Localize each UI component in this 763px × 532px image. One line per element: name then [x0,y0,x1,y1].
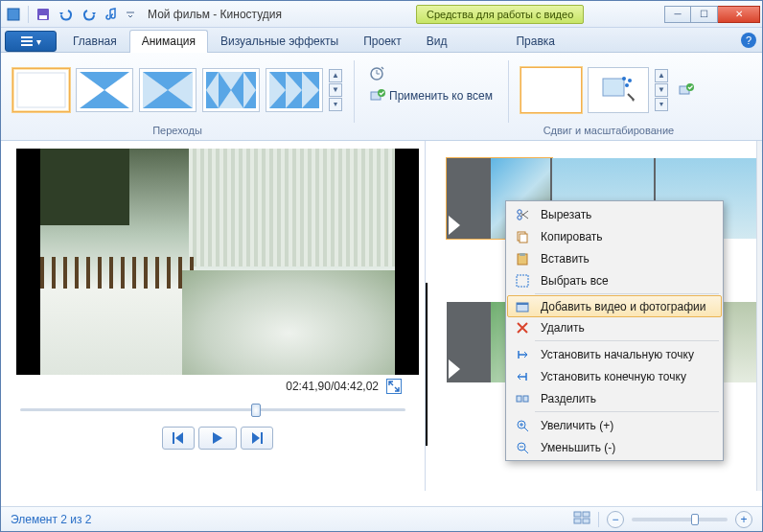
titlebar: Мой фильм - Киностудия Средства для рабо… [1,1,762,28]
ctx-select-all[interactable]: Выбрать все [508,269,721,291]
panzoom-none[interactable] [520,67,582,113]
add-media-icon [512,300,533,313]
ctx-set-start[interactable]: Установить начальную точку [508,343,721,365]
scissors-icon [512,208,533,221]
split-icon [512,392,533,405]
contextual-tab-video-tools[interactable]: Средства для работы с видео [416,5,584,24]
svg-rect-3 [21,36,33,38]
ribbon: ▲▼▾ Переходы Применить ко всем ▲▼▾ Сдвиг… [1,53,762,141]
group-label-panzoom: Сдвиг и масштабирование [543,123,675,140]
svg-rect-35 [574,512,581,517]
svg-point-13 [378,89,385,97]
fullscreen-button[interactable] [386,379,402,394]
zoom-out-icon [512,441,533,454]
svg-rect-38 [583,519,590,523]
playhead[interactable] [426,283,428,446]
ctx-zoom-out[interactable]: Уменьшить (-) [508,436,721,458]
window-controls: ─ ☐ ✕ [664,6,760,23]
app-icon[interactable] [3,4,24,25]
svg-rect-6 [17,73,65,107]
minimize-button[interactable]: ─ [664,6,691,23]
view-thumbnails-button[interactable] [573,511,590,527]
tab-effects[interactable]: Визуальные эффекты [208,30,351,53]
next-frame-button[interactable] [241,427,273,450]
svg-rect-37 [574,519,581,523]
svg-rect-31 [517,396,521,402]
panzoom-gallery-scroll[interactable]: ▲▼▾ [655,69,668,111]
svg-point-15 [622,77,626,81]
svg-rect-25 [520,234,527,243]
group-label-transitions: Переходы [152,123,202,140]
tab-edit[interactable]: Правка [503,30,567,53]
ctx-cut[interactable]: Вырезать [508,203,721,225]
transition-item[interactable] [139,68,197,112]
playback-controls [16,427,419,450]
tab-project[interactable]: Проект [351,30,414,53]
seek-thumb[interactable] [251,404,261,417]
statusbar: Элемент 2 из 2 − + [1,506,762,531]
tab-view[interactable]: Вид [414,30,460,53]
ctx-paste[interactable]: Вставить [508,247,721,269]
preview-pane: 02:41,90/04:42,02 [1,141,425,491]
ctx-add-media[interactable]: Добавить видео и фотографии [507,295,722,317]
zoom-slider[interactable] [632,518,728,521]
select-all-icon [512,274,533,288]
apply-to-all-button[interactable]: Применить ко всем [366,89,497,103]
set-start-icon [512,348,533,361]
paste-icon [512,252,533,266]
ctx-delete[interactable]: Удалить [508,316,721,338]
ctx-zoom-in[interactable]: Увеличить (+) [508,414,721,436]
save-button[interactable] [33,4,54,25]
play-button[interactable] [198,427,237,450]
ribbon-tabs: ▾ Главная Анимация Визуальные эффекты Пр… [1,28,762,53]
transition-item[interactable] [76,68,133,112]
status-item-count: Элемент 2 из 2 [11,513,92,526]
svg-rect-30 [517,303,528,305]
svg-rect-5 [21,44,33,46]
timeline-scrollbar[interactable]: ▲▼ [756,141,763,491]
svg-rect-2 [39,15,47,19]
ctx-copy[interactable]: Копировать [508,225,721,247]
undo-button[interactable] [56,4,77,25]
svg-rect-0 [8,9,19,20]
transition-item[interactable] [202,68,260,112]
video-preview[interactable] [16,149,419,375]
group-apply: Применить ко всем [360,57,502,140]
time-display: 02:41,90/04:42,02 [286,380,379,393]
delete-icon [512,321,533,335]
ctx-split[interactable]: Разделить [508,387,721,409]
maximize-button[interactable]: ☐ [691,6,718,23]
zoom-in-icon [512,419,533,432]
panzoom-apply-all[interactable] [676,80,697,101]
transition-item[interactable] [266,68,323,112]
ctx-set-end[interactable]: Установить конечную точку [508,365,721,387]
svg-rect-27 [520,253,525,256]
redo-button[interactable] [79,4,100,25]
quick-access-toolbar [3,4,136,25]
apply-all-icon [370,89,385,103]
help-icon[interactable]: ? [741,33,756,48]
duration-icon[interactable] [366,62,387,83]
panzoom-auto[interactable] [588,67,649,113]
svg-point-19 [686,83,694,91]
transition-none[interactable] [12,68,70,112]
transition-gallery-scroll[interactable]: ▲▼▾ [329,69,342,111]
group-transitions: ▲▼▾ Переходы [7,57,348,140]
seek-slider[interactable] [20,402,405,417]
qat-dropdown[interactable] [125,4,136,25]
svg-rect-28 [517,275,528,287]
file-menu-button[interactable]: ▾ [5,31,57,52]
window-title: Мой фильм - Киностудия [148,8,282,21]
tab-animation[interactable]: Анимация [129,30,208,53]
zoom-in-button[interactable]: + [735,511,752,528]
svg-point-16 [628,79,632,82]
music-icon[interactable] [102,4,123,25]
tab-home[interactable]: Главная [60,30,129,53]
svg-rect-4 [21,40,33,42]
zoom-out-button[interactable]: − [607,511,624,528]
svg-rect-20 [173,432,174,444]
svg-rect-21 [261,432,263,444]
svg-rect-14 [603,79,624,96]
prev-frame-button[interactable] [162,427,195,450]
close-button[interactable]: ✕ [718,6,760,23]
